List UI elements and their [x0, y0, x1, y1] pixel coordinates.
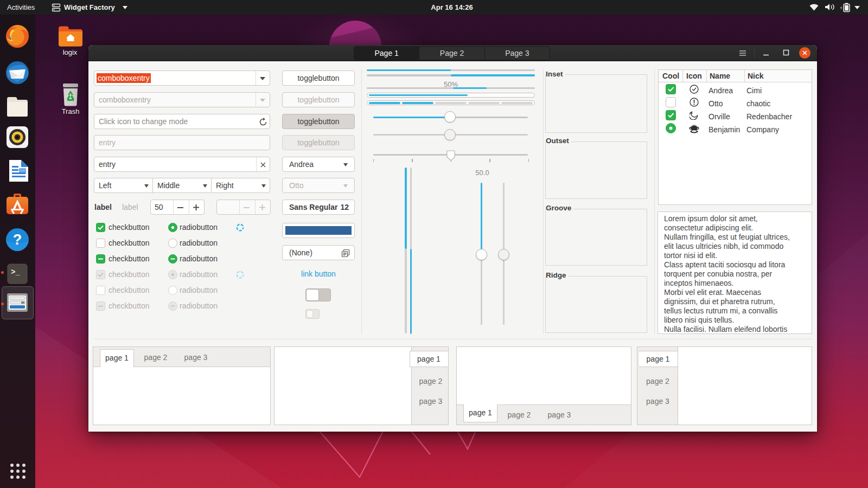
svg-text:>_: >_ — [11, 268, 20, 277]
svg-text:?: ? — [13, 232, 22, 248]
